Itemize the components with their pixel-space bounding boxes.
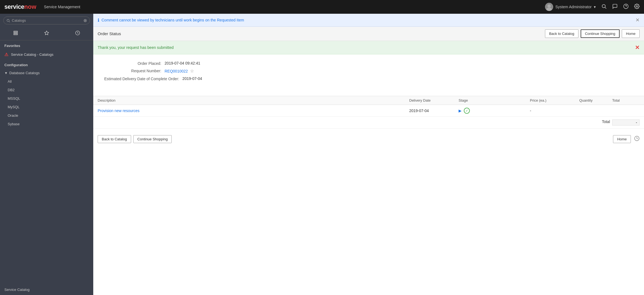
order-placed-label: Order Placed:: [104, 61, 165, 66]
svg-marker-12: [44, 31, 49, 35]
success-close-icon[interactable]: ✕: [635, 44, 640, 51]
svg-line-3: [605, 7, 606, 9]
info-banner: ℹ Comment cannot be viewed by technician…: [93, 14, 644, 27]
row-description: Provision new resources: [98, 108, 409, 113]
all-label: All: [8, 79, 12, 84]
col-description: Description: [98, 98, 409, 102]
order-header: Order Status Back to Catalog Continue Sh…: [93, 27, 644, 41]
col-delivery-date: Delivery Date: [409, 98, 459, 102]
info-icon: ℹ: [98, 18, 99, 23]
delivery-date-field: Estimated Delivery Date of Complete Orde…: [104, 76, 633, 81]
svg-rect-11: [14, 34, 18, 35]
settings-icon[interactable]: [634, 4, 640, 10]
help-icon[interactable]: [623, 4, 629, 10]
db2-label: DB2: [8, 88, 15, 92]
sidebar-item-label: Service Catalog - Catalogs: [11, 52, 53, 57]
sidebar-item-mssql[interactable]: MSSQL: [0, 94, 93, 103]
bottom-left-buttons: Back to Catalog Continue Shopping: [98, 135, 172, 143]
history-tab[interactable]: [72, 29, 83, 38]
logo-service: service: [4, 3, 24, 10]
header-back-to-catalog-button[interactable]: Back to Catalog: [545, 29, 578, 38]
menu-tab[interactable]: [10, 29, 21, 38]
provision-link[interactable]: Provision new resources: [98, 108, 140, 113]
user-name: System Administrator: [555, 5, 592, 9]
sidebar-item-db2[interactable]: DB2: [0, 86, 93, 94]
logo[interactable]: servicenow: [4, 3, 36, 10]
bottom-label: Service Catalog: [4, 288, 30, 292]
main-layout: ⊗ Favorites ⚠ Service Catalog - Catalogs…: [0, 14, 644, 295]
svg-point-2: [602, 4, 605, 8]
svg-point-6: [636, 5, 638, 7]
bottom-right-buttons: Home: [613, 135, 640, 143]
request-number-field: Request Number: REQ0010022 ☆: [104, 68, 633, 74]
sidebar-item-all[interactable]: All: [0, 77, 93, 86]
oracle-label: Oracle: [8, 113, 18, 118]
request-favorite-icon[interactable]: ☆: [190, 68, 194, 74]
col-stage: Stage: [459, 98, 530, 102]
config-section-label: Configuration: [0, 60, 93, 69]
row-stage: ▶ ✓: [459, 108, 530, 114]
order-details: Order Placed: 2019-07-04 09:42:41 Reques…: [93, 54, 644, 90]
delivery-date-value: 2019-07-04: [182, 76, 202, 81]
sidebar-item-service-catalog[interactable]: ⚠ Service Catalog - Catalogs: [0, 49, 93, 60]
clear-search-icon[interactable]: ⊗: [83, 18, 87, 23]
sidebar-item-mysql[interactable]: MySQL: [0, 103, 93, 111]
success-banner: Thank you, your request has been submitt…: [93, 41, 644, 54]
sidebar-item-sybase[interactable]: Sybase: [0, 120, 93, 128]
content-area: ℹ Comment cannot be viewed by technician…: [93, 14, 644, 295]
bottom-home-button[interactable]: Home: [613, 135, 631, 143]
sidebar-tabs: [0, 27, 93, 40]
svg-line-8: [9, 21, 10, 22]
success-message: Thank you, your request has been submitt…: [98, 45, 174, 50]
search-wrap[interactable]: ⊗: [3, 16, 90, 24]
clock-icon[interactable]: [634, 136, 640, 143]
navbar-left: servicenow Service Management: [4, 3, 80, 10]
svg-point-1: [546, 8, 552, 11]
table-row: Provision new resources 2019-07-04 ▶ ✓ -: [93, 105, 644, 117]
avatar: [545, 3, 553, 11]
header-home-button[interactable]: Home: [622, 29, 640, 38]
total-label: Total: [602, 119, 610, 126]
check-circle-icon: ✓: [464, 108, 470, 114]
order-table: Description Delivery Date Stage Price (e…: [93, 96, 644, 129]
db-catalogs-label: Database Catalogs: [9, 71, 40, 75]
favorites-tab[interactable]: [41, 29, 52, 38]
header-continue-shopping-button[interactable]: Continue Shopping: [581, 29, 620, 38]
row-delivery-date: 2019-07-04: [409, 108, 459, 113]
sidebar-item-oracle[interactable]: Oracle: [0, 111, 93, 120]
search-input[interactable]: [12, 18, 83, 23]
logo-now: now: [24, 3, 36, 10]
svg-rect-9: [14, 31, 18, 32]
sidebar-bottom-service-catalog[interactable]: Service Catalog: [0, 284, 93, 295]
app-title: Service Management: [44, 5, 80, 9]
order-status-title: Order Status: [98, 31, 121, 36]
svg-rect-10: [14, 33, 18, 34]
catalog-warning-icon: ⚠: [4, 52, 8, 57]
bottom-continue-shopping-button[interactable]: Continue Shopping: [133, 135, 172, 143]
info-message: Comment cannot be viewed by technicians …: [101, 18, 244, 22]
svg-point-0: [547, 4, 551, 8]
user-menu[interactable]: System Administrator ▾: [545, 3, 596, 11]
request-number-value: REQ0010022 ☆: [165, 68, 194, 74]
col-total: Total: [612, 98, 640, 102]
sidebar-db-catalogs[interactable]: ▼ Database Catalogs: [0, 69, 93, 77]
chat-icon[interactable]: [612, 4, 618, 10]
order-placed-value: 2019-07-04 09:42:41: [165, 61, 200, 65]
table-header: Description Delivery Date Stage Price (e…: [93, 96, 644, 105]
col-quantity: Quantity: [579, 98, 612, 102]
col-price: Price (ea.): [530, 98, 579, 102]
order-header-buttons: Back to Catalog Continue Shopping Home: [545, 29, 640, 38]
mssql-label: MSSQL: [8, 96, 20, 101]
total-value: -: [612, 119, 640, 126]
chevron-down-icon: ▼: [4, 71, 8, 75]
sidebar: ⊗ Favorites ⚠ Service Catalog - Catalogs…: [0, 14, 93, 295]
svg-point-7: [7, 19, 9, 21]
request-number-link[interactable]: REQ0010022: [165, 69, 188, 73]
search-icon[interactable]: [601, 4, 607, 10]
sidebar-search-icon: [6, 19, 10, 23]
bottom-back-to-catalog-button[interactable]: Back to Catalog: [98, 135, 131, 143]
sybase-label: Sybase: [8, 122, 19, 126]
bottom-actions: Back to Catalog Continue Shopping Home: [93, 131, 644, 148]
info-close-icon[interactable]: ✕: [635, 17, 640, 23]
user-dropdown-icon: ▾: [594, 5, 596, 9]
